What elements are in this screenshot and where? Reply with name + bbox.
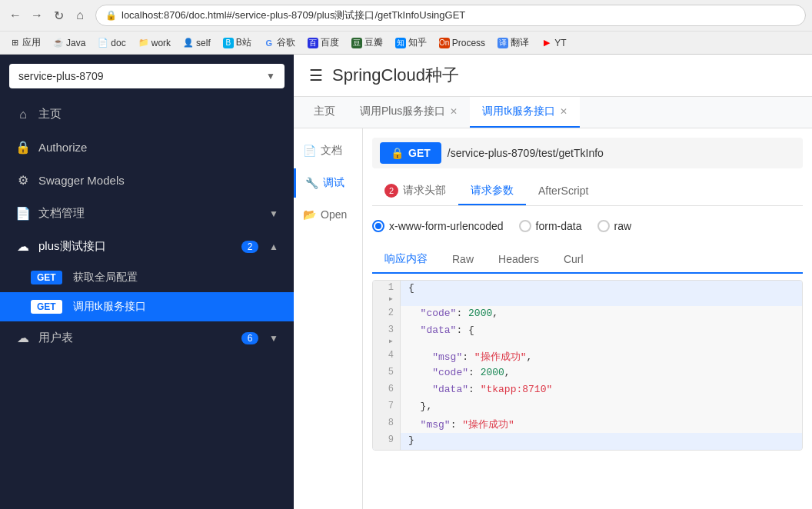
panel-debug[interactable]: 🔧 调试	[294, 168, 362, 198]
sidebar-sub-tk-label: 调用tk服务接口	[73, 300, 146, 314]
tab-home[interactable]: 主页	[301, 97, 348, 128]
java-icon: ☕	[53, 38, 64, 48]
youtube-icon: ▶	[541, 38, 552, 48]
sidebar-item-user-table[interactable]: ☁ 用户表 6 ▼	[0, 321, 294, 354]
code-block: 1 ▸ { 2 "code": 2000, 3 ▸ "data": { 4 "m…	[372, 280, 803, 451]
refresh-button[interactable]: ↻	[49, 6, 68, 25]
panel-doc-label: 文档	[321, 144, 342, 158]
tab-plus-label: 调用Plus服务接口	[360, 105, 445, 118]
panel-doc[interactable]: 📄 文档	[294, 136, 362, 165]
get-active-badge: GET	[31, 300, 62, 314]
chevron-down-icon: ▼	[266, 71, 275, 82]
app-title: SpringCloud种子	[332, 64, 459, 87]
req-tab-params[interactable]: 请求参数	[458, 178, 526, 205]
code-line-8: 8 "msg": "操作成功"	[373, 416, 802, 433]
browser-toolbar: ← → ↻ ⌂ 🔒 localhost:8706/doc.html#/servi…	[0, 0, 812, 31]
code-line-3: 3 ▸ "data": {	[373, 323, 802, 348]
endpoint-row: 🔒 GET /service-plus-8709/test/getTkInfo	[372, 138, 803, 168]
home-icon: ⌂	[15, 108, 31, 121]
browser-chrome: ← → ↻ ⌂ 🔒 localhost:8706/doc.html#/servi…	[0, 0, 812, 55]
address-bar[interactable]: 🔒 localhost:8706/doc.html#/service-plus-…	[95, 5, 806, 26]
res-tab-headers-label: Headers	[498, 253, 539, 265]
line-content-1: {	[401, 281, 422, 306]
service-selector[interactable]: service-plus-8709 ▼	[9, 64, 285, 88]
bookmark-translate[interactable]: 译 翻译	[494, 35, 532, 51]
res-tab-content[interactable]: 响应内容	[372, 246, 440, 274]
code-line-9: 9 }	[373, 433, 802, 450]
tab-plus-service[interactable]: 调用Plus服务接口 ✕	[348, 97, 470, 128]
radio-formdata-circle	[519, 220, 531, 232]
bookmark-doc[interactable]: 📄 doc	[95, 36, 128, 50]
sidebar-item-authorize[interactable]: 🔒 Authorize	[0, 131, 294, 164]
panel-open[interactable]: 📂 Open	[294, 201, 362, 228]
radio-group: x-www-form-urlencoded form-data raw	[372, 212, 803, 240]
sidebar-item-doc-manage[interactable]: 📄 文档管理 ▼	[0, 197, 294, 230]
bookmark-douban[interactable]: 豆 豆瓣	[348, 35, 386, 51]
line-num-5: 5	[373, 365, 401, 382]
panel-open-label: Open	[321, 208, 347, 221]
tab-tk-close[interactable]: ✕	[560, 106, 567, 117]
apps-icon: ⊞	[9, 38, 20, 48]
bookmark-self[interactable]: 👤 self	[180, 36, 214, 50]
line-content-2: "code": 2000,	[401, 306, 506, 323]
sidebar-item-swagger-models[interactable]: ⚙ Swagger Models	[0, 164, 294, 197]
cloud-user-icon: ☁	[15, 331, 31, 345]
bookmark-process[interactable]: On Process	[436, 36, 488, 50]
chevron-down-icon: ▼	[269, 333, 278, 344]
radio-raw[interactable]: raw	[597, 220, 632, 232]
doc-icon: 📄	[98, 38, 108, 48]
sidebar-item-home[interactable]: ⌂ 主页	[0, 98, 294, 131]
lock-icon: 🔒	[105, 10, 117, 21]
back-button[interactable]: ←	[6, 6, 25, 25]
content-header: ☰ SpringCloud种子	[294, 55, 812, 97]
translate-icon: 译	[498, 38, 508, 48]
sidebar-sub-get-config[interactable]: GET 获取全局配置	[0, 263, 294, 292]
home-button[interactable]: ⌂	[71, 6, 89, 25]
forward-button[interactable]: →	[28, 6, 46, 25]
nav-buttons: ← → ↻ ⌂	[6, 6, 89, 25]
bilibili-icon: B	[223, 38, 234, 48]
hamburger-icon[interactable]: ☰	[309, 66, 323, 85]
line-num-2: 2	[373, 306, 401, 323]
bookmark-work[interactable]: 📁 work	[135, 36, 174, 50]
sidebar-item-plus-group[interactable]: ☁ plus测试接口 2 ▲	[0, 230, 294, 263]
radio-formdata[interactable]: form-data	[519, 220, 582, 232]
radio-raw-label: raw	[614, 220, 632, 232]
bookmark-apps[interactable]: ⊞ 应用	[6, 35, 44, 51]
settings-icon: ⚙	[15, 173, 31, 188]
req-tab-afterscript[interactable]: AfterScript	[526, 178, 601, 205]
line-content-5: "code": 2000,	[401, 365, 518, 382]
line-content-6: "data": "tkapp:8710"	[401, 382, 560, 399]
bookmark-zhihu[interactable]: 知 知乎	[392, 35, 430, 51]
left-panel: 📄 文档 🔧 调试 📂 Open	[294, 128, 363, 509]
tab-tk-service[interactable]: 调用tk服务接口 ✕	[470, 97, 580, 128]
main-container: service-plus-8709 ▼ ⌂ 主页 🔒 Authorize ⚙ S…	[0, 55, 812, 509]
res-tab-curl[interactable]: Curl	[551, 247, 596, 271]
tab-plus-close[interactable]: ✕	[450, 106, 458, 117]
content-area: ☰ SpringCloud种子 主页 调用Plus服务接口 ✕ 调用tk服务接口…	[294, 55, 812, 509]
google-icon: G	[264, 38, 275, 48]
res-tab-headers[interactable]: Headers	[486, 247, 551, 271]
endpoint-method: GET	[408, 147, 431, 159]
line-content-3: "data": {	[401, 323, 482, 348]
endpoint-url: /service-plus-8709/test/getTkInfo	[448, 147, 604, 159]
code-line-2: 2 "code": 2000,	[373, 306, 802, 323]
code-line-1: 1 ▸ {	[373, 281, 802, 306]
bookmark-google[interactable]: G 谷歌	[261, 35, 298, 51]
sidebar-item-user-label: 用户表	[38, 331, 234, 345]
res-tab-raw[interactable]: Raw	[440, 247, 486, 271]
radio-urlencoded[interactable]: x-www-form-urlencoded	[372, 220, 504, 232]
user-badge: 6	[241, 332, 258, 344]
req-tab-header[interactable]: 2 请求头部	[372, 178, 458, 205]
line-num-6: 6	[373, 382, 401, 399]
radio-raw-circle	[597, 220, 610, 232]
bookmark-youtube[interactable]: ▶ YT	[538, 36, 569, 50]
sidebar-sub-config-label: 获取全局配置	[73, 271, 138, 284]
sidebar-sub-tk-service[interactable]: GET 调用tk服务接口	[0, 292, 294, 321]
bookmarks-bar: ⊞ 应用 ☕ Java 📄 doc 📁 work 👤 self B B站 G 谷…	[0, 31, 812, 54]
bookmark-bilibili[interactable]: B B站	[220, 35, 255, 51]
bookmark-java[interactable]: ☕ Java	[50, 36, 88, 50]
res-tab-content-label: 响应内容	[384, 252, 428, 264]
open-icon: 📂	[303, 208, 316, 221]
bookmark-baidu[interactable]: 百 百度	[304, 35, 342, 51]
